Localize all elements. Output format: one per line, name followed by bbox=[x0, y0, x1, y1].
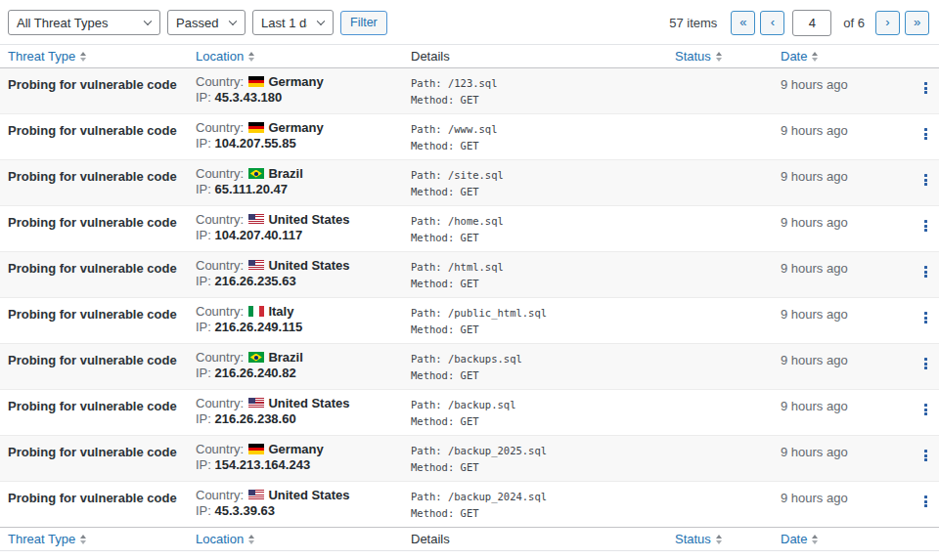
status-cell bbox=[675, 120, 781, 154]
actions-cell bbox=[913, 350, 939, 384]
column-header-details: Details bbox=[411, 49, 675, 64]
country-name: Italy bbox=[268, 304, 293, 319]
country-flag-icon bbox=[248, 398, 264, 409]
country-flag-icon bbox=[248, 260, 264, 271]
country-flag-icon bbox=[248, 168, 264, 179]
sort-location[interactable]: Location bbox=[196, 532, 254, 546]
location-cell: Country: United States IP: 216.26.238.60 bbox=[196, 396, 411, 430]
kebab-menu-icon[interactable] bbox=[920, 264, 931, 281]
threat-type-select[interactable]: All Threat Types bbox=[8, 10, 160, 35]
current-page-input[interactable] bbox=[792, 10, 831, 36]
actions-cell bbox=[913, 396, 939, 430]
threat-type-cell: Probing for vulnerable code bbox=[8, 166, 196, 200]
kebab-menu-icon[interactable] bbox=[920, 218, 931, 236]
items-count: 57 items bbox=[669, 16, 717, 30]
country-flag-icon bbox=[248, 490, 264, 500]
sort-arrows-icon bbox=[812, 535, 818, 544]
kebab-menu-icon[interactable] bbox=[920, 402, 931, 419]
actions-cell bbox=[913, 212, 939, 246]
threat-log-page: All Threat Types Passed Last 1 days Filt… bbox=[0, 0, 939, 560]
path-line: Path: /backup.sql bbox=[411, 397, 675, 413]
column-header-threat-type: Threat Type bbox=[8, 49, 196, 64]
sort-date[interactable]: Date bbox=[781, 49, 818, 64]
ip-address: 216.26.240.82 bbox=[215, 366, 296, 380]
country-label: Country: bbox=[196, 74, 244, 89]
method-line: Method: GET bbox=[411, 276, 675, 292]
top-pagination: 57 items « ‹ of 6 › » bbox=[669, 10, 929, 36]
column-header-status: Status bbox=[675, 49, 781, 64]
first-page-button[interactable]: « bbox=[731, 11, 755, 35]
table-row: Probing for vulnerable code Country: Uni… bbox=[0, 481, 939, 527]
details-cell: Path: /site.sql Method: GET bbox=[411, 166, 675, 200]
column-header-location: Location bbox=[196, 532, 411, 546]
ip-label: IP: bbox=[196, 457, 211, 472]
country-flag-icon bbox=[248, 122, 264, 133]
total-pages-label: of 6 bbox=[843, 16, 865, 30]
country-name: Germany bbox=[268, 74, 323, 89]
actions-cell bbox=[913, 120, 939, 154]
country-name: United States bbox=[268, 488, 349, 502]
location-cell: Country: United States IP: 104.207.40.11… bbox=[196, 212, 411, 246]
date-cell: 9 hours ago bbox=[781, 350, 913, 384]
threat-type-label: Probing for vulnerable code bbox=[8, 488, 177, 506]
sort-arrows-icon bbox=[716, 535, 722, 544]
kebab-menu-icon[interactable] bbox=[920, 310, 931, 327]
kebab-menu-icon[interactable] bbox=[920, 494, 931, 511]
filter-button[interactable]: Filter bbox=[340, 11, 387, 35]
country-label: Country: bbox=[196, 212, 244, 227]
location-cell: Country: Brazil IP: 65.111.20.47 bbox=[196, 166, 411, 200]
sort-date[interactable]: Date bbox=[781, 532, 818, 546]
details-cell: Path: /public_html.sql Method: GET bbox=[411, 304, 675, 338]
path-line: Path: /www.sql bbox=[411, 121, 675, 138]
country-flag-icon bbox=[248, 214, 264, 225]
sort-status[interactable]: Status bbox=[675, 49, 722, 64]
sort-threat-type[interactable]: Threat Type bbox=[8, 532, 86, 546]
actions-cell bbox=[913, 74, 939, 108]
location-cell: Country: Germany IP: 154.213.164.243 bbox=[196, 442, 411, 476]
table-row: Probing for vulnerable code Country: Ger… bbox=[0, 113, 939, 159]
path-line: Path: /home.sql bbox=[411, 213, 675, 230]
country-flag-icon bbox=[248, 76, 264, 87]
table-row: Probing for vulnerable code Country: Ger… bbox=[0, 435, 939, 481]
status-cell bbox=[675, 212, 781, 246]
sort-arrows-icon bbox=[80, 535, 86, 544]
country-label: Country: bbox=[196, 396, 244, 410]
sort-status[interactable]: Status bbox=[675, 532, 722, 546]
period-select[interactable]: Last 1 days bbox=[252, 10, 334, 35]
threat-type-label: Probing for vulnerable code bbox=[8, 396, 177, 414]
threat-rows: Probing for vulnerable code Country: Ger… bbox=[0, 68, 939, 527]
method-line: Method: GET bbox=[411, 230, 675, 246]
country-name: Brazil bbox=[268, 166, 302, 181]
period-filter: Last 1 days bbox=[252, 10, 334, 35]
last-page-button[interactable]: » bbox=[905, 11, 929, 35]
threat-type-cell: Probing for vulnerable code bbox=[8, 120, 196, 154]
kebab-menu-icon[interactable] bbox=[920, 448, 931, 465]
sort-location[interactable]: Location bbox=[196, 49, 254, 64]
date-cell: 9 hours ago bbox=[781, 304, 913, 338]
next-page-button[interactable]: › bbox=[875, 11, 900, 35]
status-select[interactable]: Passed bbox=[167, 10, 246, 35]
ip-address: 65.111.20.47 bbox=[215, 182, 288, 196]
kebab-menu-icon[interactable] bbox=[920, 172, 931, 190]
prev-page-button[interactable]: ‹ bbox=[760, 11, 784, 35]
actions-cell bbox=[913, 442, 939, 476]
threat-type-label: Probing for vulnerable code bbox=[8, 350, 177, 368]
details-cell: Path: /backup_2024.sql Method: GET bbox=[411, 488, 675, 522]
sort-threat-type[interactable]: Threat Type bbox=[8, 49, 86, 64]
ip-address: 45.3.39.63 bbox=[215, 503, 275, 518]
threat-type-cell: Probing for vulnerable code bbox=[8, 212, 196, 246]
status-cell bbox=[675, 166, 781, 200]
kebab-menu-icon[interactable] bbox=[920, 80, 931, 98]
ip-address: 104.207.55.85 bbox=[215, 136, 296, 151]
country-label: Country: bbox=[196, 304, 244, 319]
kebab-menu-icon[interactable] bbox=[920, 356, 931, 373]
threat-type-filter: All Threat Types bbox=[8, 10, 160, 35]
threat-type-cell: Probing for vulnerable code bbox=[8, 258, 196, 292]
country-label: Country: bbox=[196, 488, 244, 502]
status-cell bbox=[675, 258, 781, 292]
bottom-pagination: 57 items « ‹ 4 of 6 › » bbox=[0, 551, 939, 560]
column-header-date: Date bbox=[781, 49, 913, 64]
ip-address: 104.207.40.117 bbox=[215, 228, 303, 242]
kebab-menu-icon[interactable] bbox=[920, 126, 931, 144]
path-line: Path: /backup_2024.sql bbox=[411, 489, 675, 505]
